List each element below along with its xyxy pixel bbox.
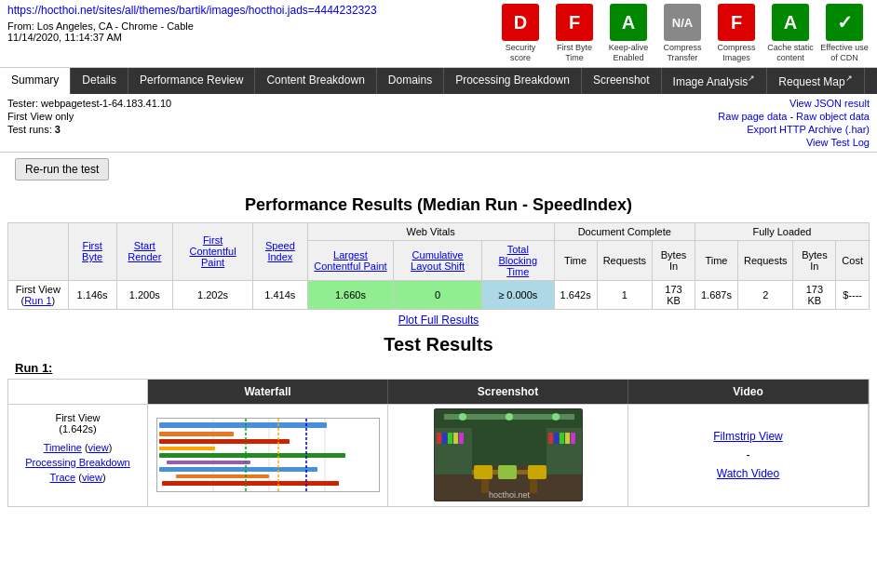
run-link[interactable]: Run 1 xyxy=(24,295,51,306)
th-speed-index: Speed Index xyxy=(253,222,308,280)
th-empty xyxy=(8,222,69,280)
url-section: https://hocthoi.net/sites/all/themes/bar… xyxy=(7,4,488,43)
svg-rect-7 xyxy=(159,453,345,458)
grade-label: Effective use of CDN xyxy=(819,43,870,63)
results-grid: Waterfall Screenshot Video First View (1… xyxy=(7,379,870,507)
nav-tab-details[interactable]: Details xyxy=(71,68,128,94)
trace-view-link[interactable]: view xyxy=(82,472,102,483)
timeline-link[interactable]: Timeline xyxy=(44,442,82,453)
th-doc-time: Time xyxy=(554,240,597,280)
svg-rect-3 xyxy=(159,422,327,428)
waterfall-cell xyxy=(148,404,388,506)
plot-full-results-link[interactable]: Plot Full Results xyxy=(398,314,479,327)
info-right-link: View JSON result xyxy=(789,98,870,109)
svg-text:hocthoi.net: hocthoi.net xyxy=(488,490,530,500)
info-right-link: Raw page data - Raw object data xyxy=(718,111,870,122)
th-web-vitals: Web Vitals xyxy=(307,222,554,240)
th-cls: Cumulative Layout Shift xyxy=(394,240,482,280)
processing-breakdown-link[interactable]: Processing Breakdown xyxy=(25,457,130,468)
td-full-requests: 2 xyxy=(737,280,792,309)
grade-label: Cache static content xyxy=(765,43,816,63)
nav-tab-screenshot[interactable]: Screenshot xyxy=(582,68,662,94)
view-test-log-link[interactable]: View Test Log xyxy=(806,137,870,148)
grade-item: FFirst Byte Time xyxy=(549,4,600,63)
svg-rect-27 xyxy=(448,433,452,444)
grade-item: FCompress Images xyxy=(711,4,762,63)
grade-label: Keep-alive Enabled xyxy=(603,43,654,63)
svg-rect-30 xyxy=(548,433,553,444)
th-first-byte: First Byte xyxy=(68,222,116,280)
row-view-label: First View xyxy=(16,412,140,423)
svg-rect-24 xyxy=(528,465,546,479)
td-speed-index: 1.414s xyxy=(253,280,308,309)
performance-table: First Byte Start Render First Contentful… xyxy=(7,222,870,310)
svg-rect-23 xyxy=(498,465,517,479)
video-divider: - xyxy=(747,448,750,461)
svg-rect-22 xyxy=(474,465,492,479)
svg-rect-33 xyxy=(565,433,570,444)
test-results-title: Test Results xyxy=(7,334,870,355)
plot-link: Plot Full Results xyxy=(7,314,870,327)
svg-rect-25 xyxy=(437,433,441,444)
svg-rect-9 xyxy=(159,467,317,472)
svg-rect-28 xyxy=(453,433,458,444)
nav-tab-performance-review[interactable]: Performance Review xyxy=(128,68,255,94)
td-cost: $---- xyxy=(836,280,870,309)
grade-item: ✓Effective use of CDN xyxy=(819,4,870,63)
table-row: First View (Run 1) 1.146s 1.200s 1.202s … xyxy=(8,280,870,309)
svg-rect-11 xyxy=(162,481,339,486)
export-http-archive-har-link[interactable]: Export HTTP Archive (.har) xyxy=(747,124,870,135)
testruns-info: Test runs: 3 xyxy=(7,124,171,135)
raw-object-data-link[interactable]: Raw object data xyxy=(796,111,870,122)
td-row-label: First View (Run 1) xyxy=(8,280,69,309)
rerun-button[interactable]: Re-run the test xyxy=(15,158,109,180)
svg-point-37 xyxy=(506,413,513,421)
grade-box: D xyxy=(502,4,539,41)
results-header-video: Video xyxy=(628,380,869,404)
view-json-result-link[interactable]: View JSON result xyxy=(789,98,870,109)
nav-tab-image-analysis[interactable]: Image Analysis↗ xyxy=(662,68,768,94)
nav-tab-summary[interactable]: Summary xyxy=(0,68,71,94)
nav-tab-domains[interactable]: Domains xyxy=(377,68,444,94)
th-start-render: Start Render xyxy=(116,222,173,280)
performance-results-title: Performance Results (Median Run - SpeedI… xyxy=(7,195,870,215)
td-doc-bytes: 173 KB xyxy=(653,280,695,309)
grade-item: AKeep-alive Enabled xyxy=(603,4,654,63)
results-header-waterfall: Waterfall xyxy=(148,380,388,404)
raw-page-data-link[interactable]: Raw page data xyxy=(718,111,787,122)
screenshot-cell: hocthoi.net xyxy=(388,404,628,506)
top-bar: https://hocthoi.net/sites/all/themes/bar… xyxy=(0,0,877,68)
nav-tab-request-map[interactable]: Request Map↗ xyxy=(767,68,864,94)
td-first-byte: 1.146s xyxy=(68,280,116,309)
grade-box: A xyxy=(772,4,809,41)
th-doc-requests: Requests xyxy=(597,240,652,280)
results-header-screenshot: Screenshot xyxy=(388,380,628,404)
grade-item: N/ACompress Transfer xyxy=(657,4,708,63)
td-doc-requests: 1 xyxy=(597,280,652,309)
td-full-time: 1.687s xyxy=(695,280,737,309)
filmstrip-view-link[interactable]: Filmstrip View xyxy=(713,430,782,443)
page-url[interactable]: https://hocthoi.net/sites/all/themes/bar… xyxy=(7,4,377,17)
screenshot-image: hocthoi.net xyxy=(434,408,583,501)
th-full-bytes: Bytes In xyxy=(793,240,836,280)
th-full-time: Time xyxy=(695,240,737,280)
date-label: 11/14/2020, 11:14:37 AM xyxy=(7,32,122,43)
td-doc-time: 1.642s xyxy=(554,280,597,309)
th-doc-complete: Document Complete xyxy=(554,222,695,240)
trace-link[interactable]: Trace xyxy=(49,472,75,483)
video-cell: Filmstrip View - Watch Video xyxy=(628,404,869,506)
timeline-view-link[interactable]: view xyxy=(88,442,109,453)
td-full-bytes: 173 KB xyxy=(793,280,836,309)
video-links: Filmstrip View - Watch Video xyxy=(713,430,782,480)
td-start-render: 1.200s xyxy=(116,280,173,309)
from-label: From: Los Angeles, CA - Chrome - Cable xyxy=(7,20,194,32)
main-content: Performance Results (Median Run - SpeedI… xyxy=(0,195,877,507)
th-doc-bytes: Bytes In xyxy=(653,240,695,280)
watch-video-link[interactable]: Watch Video xyxy=(717,467,779,480)
svg-rect-32 xyxy=(560,433,564,444)
nav-tabs: SummaryDetailsPerformance ReviewContent … xyxy=(0,68,877,94)
view-info: First View only xyxy=(7,111,171,122)
td-cls: 0 xyxy=(394,280,482,309)
nav-tab-processing-breakdown[interactable]: Processing Breakdown xyxy=(444,68,582,94)
nav-tab-content-breakdown[interactable]: Content Breakdown xyxy=(255,68,376,94)
